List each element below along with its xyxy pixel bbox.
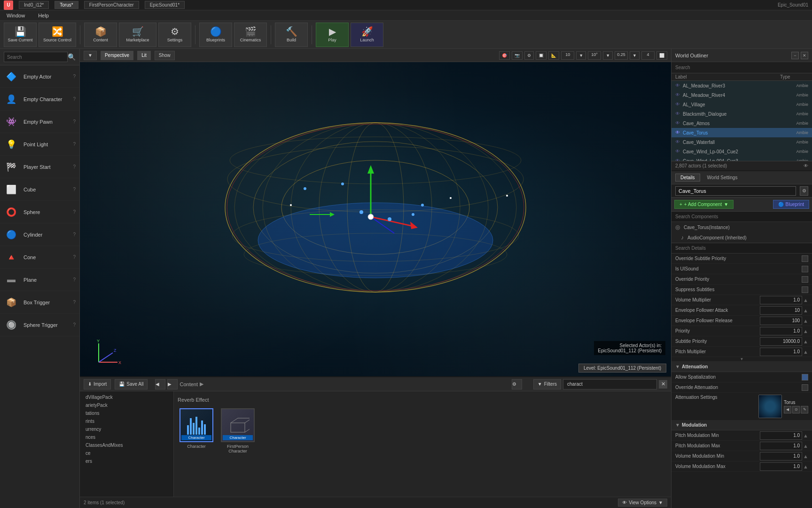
outliner-item-cavetorus[interactable]: 👁 Cave_Torus Ambie [671,128,812,137]
spin-vol-mod-min[interactable]: ▲ [803,453,808,459]
folder-nces[interactable]: nces [80,433,173,441]
visibility-icon-7[interactable]: 👁 [675,149,681,154]
input-pitch-mod-max[interactable] [760,442,802,450]
bottom-settings-btn[interactable]: ⚙ [512,379,522,389]
nav-back-btn[interactable]: ◀ [155,379,165,389]
btn-marketplace[interactable]: 🛒 Marketplace [119,23,156,47]
import-button[interactable]: ⬇ Import [84,379,111,389]
visibility-icon-4[interactable]: 👁 [675,120,681,126]
folder-rints[interactable]: rints [80,417,173,425]
outliner-item-blacksmith[interactable]: 👁 Blacksmith_Dialogue Ambie [671,109,812,119]
component-audio[interactable]: ♪ AudioComponent (Inherited) [671,232,812,243]
atten-back-btn[interactable]: ◀ [784,406,791,413]
details-search-input[interactable] [675,246,808,251]
btn-save-current[interactable]: 💾 Save Current [4,23,37,47]
outliner-item-meadow3[interactable]: 👁 AL_Meadow_River3 Ambie [671,81,812,90]
place-info-cylinder[interactable]: ? [73,232,76,237]
place-item-empty-character[interactable]: 👤 Empty Character ? [0,88,79,111]
vp-ctrl-3[interactable]: ⚙ [524,51,534,60]
btn-blueprints[interactable]: 🔵 Blueprints [199,23,232,47]
input-volume-multiplier[interactable] [760,296,802,304]
add-component-btn[interactable]: + + Add Component ▼ [674,200,734,209]
attenuation-section-header[interactable]: ▼ Attenuation [671,362,812,372]
spin-icon-subtitle[interactable]: ▲ [803,339,808,344]
place-search-input[interactable] [4,52,68,62]
outliner-collapse-btn[interactable]: − [791,52,799,59]
vp-lit-btn[interactable]: Lit [137,51,151,60]
tab-epicsound[interactable]: EpicSound01* [145,1,185,9]
visibility-icon-6[interactable]: 👁 [675,139,681,145]
place-item-box-trigger[interactable]: 📦 Box Trigger ? [0,291,79,314]
filter-clear-btn[interactable]: ✕ [659,380,667,389]
place-item-cone[interactable]: 🔺 Cone ? [0,246,79,269]
btn-cinematics[interactable]: 🎬 Cinematics [234,23,267,47]
btn-build[interactable]: 🔨 Build [275,23,308,47]
input-envelope-attack[interactable] [760,306,802,315]
btn-launch[interactable]: 🚀 Launch [351,23,383,47]
tab-torus[interactable]: Torus* [55,1,78,9]
vp-num2-btn[interactable]: ▼ [603,51,613,60]
components-search-input[interactable] [671,212,812,222]
menu-help[interactable]: Help [35,12,52,19]
spin-pitch-mod-max[interactable]: ▲ [803,443,808,449]
visibility-icon-0[interactable]: 👁 [675,83,681,88]
place-info-empty-character[interactable]: ? [73,96,76,102]
spin-icon-pitch[interactable]: ▲ [803,349,808,355]
actor-settings-btn[interactable]: ⚙ [800,186,808,196]
input-vol-mod-min[interactable] [760,452,802,460]
btn-content[interactable]: 📦 Content [84,23,117,47]
folder-arietypack[interactable]: arietyPack [80,401,173,409]
input-vol-mod-max[interactable] [760,462,802,471]
input-priority[interactable] [760,327,802,335]
place-item-sphere-trigger[interactable]: 🔘 Sphere Trigger ? [0,314,79,336]
outliner-close-btn[interactable]: ✕ [801,52,808,59]
tab-world-settings[interactable]: World Settings [702,174,743,182]
spin-pitch-mod-min[interactable]: ▲ [803,433,808,438]
filter-input[interactable] [563,379,657,389]
place-info-empty-pawn[interactable]: ? [73,119,76,124]
visibility-icon-2[interactable]: 👁 [675,102,681,107]
outliner-item-cavewind2[interactable]: 👁 Cave_Wind_Lp-004_Cue2 Ambie [671,147,812,156]
content-item-character[interactable]: Character Character [178,408,215,453]
vp-maximize-btn[interactable]: ⬜ [656,51,667,60]
place-item-empty-pawn[interactable]: 👾 Empty Pawn ? [0,111,79,133]
atten-edit-btn[interactable]: ✎ [801,406,808,413]
place-item-cylinder[interactable]: 🔵 Cylinder ? [0,223,79,246]
folder-ce[interactable]: ce [80,449,173,457]
modulation-section-header[interactable]: ▼ Modulation [671,420,812,430]
vp-dropdown-btn[interactable]: ▼ [84,51,97,60]
vp-num1-btn[interactable]: ▼ [576,51,586,60]
filter-btn[interactable]: ▼ Filters [533,379,561,389]
outliner-item-meadow4[interactable]: 👁 AL_Meadow_River4 Ambie [671,90,812,100]
viewport[interactable]: X Y Z Selected Actor(s) in: EpicSound01_… [80,62,671,376]
vp-ctrl-2[interactable]: 📷 [512,51,523,60]
btn-play[interactable]: ▶ Play [316,23,349,47]
vp-show-btn[interactable]: Show [155,51,175,60]
place-item-point-light[interactable]: 💡 Point Light ? [0,133,79,156]
vp-ctrl-1[interactable]: 🎯 [499,51,510,60]
place-info-cone[interactable]: ? [73,254,76,260]
spin-icon-priority[interactable]: ▲ [803,328,808,334]
btn-source-control[interactable]: 🔀 Source Control [39,23,76,47]
spin-icon-attack[interactable]: ▲ [803,308,808,313]
visibility-icon-3[interactable]: 👁 [675,111,681,117]
spin-icon-volume[interactable]: ▲ [803,297,808,303]
folder-tations[interactable]: tations [80,409,173,417]
input-pitch-multiplier[interactable] [760,348,802,356]
place-search-icon[interactable]: 🔍 [68,53,76,61]
place-item-plane[interactable]: ▬ Plane ? [0,269,79,291]
outliner-list[interactable]: 👁 AL_Meadow_River3 Ambie 👁 AL_Meadow_Riv… [671,81,812,161]
place-info-sphere-trigger[interactable]: ? [73,322,76,327]
outliner-item-cavewind3[interactable]: 👁 Cave_Wind_Lp-004_Cue3 Ambie [671,156,812,161]
menu-window[interactable]: Window [4,12,28,19]
vp-ctrl-5[interactable]: 📐 [548,51,559,60]
place-info-box-trigger[interactable]: ? [73,300,76,305]
details-collapse-arrow[interactable]: ▼ [671,357,812,362]
place-info-player-start[interactable]: ? [73,164,76,169]
content-item-firstperson[interactable]: Character FirstPerson Character [219,408,257,453]
input-envelope-release[interactable] [760,317,802,325]
vp-perspective-btn[interactable]: Perspective [101,51,133,60]
input-pitch-mod-min[interactable] [760,431,802,440]
place-info-sphere[interactable]: ? [73,209,76,214]
view-options-button[interactable]: 👁 View Options ▼ [618,499,667,507]
